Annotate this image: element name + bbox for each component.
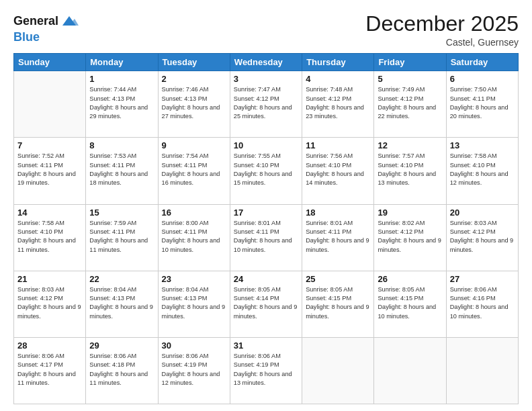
table-row: 17Sunrise: 8:01 AMSunset: 4:11 PMDayligh…: [230, 204, 302, 271]
logo: General Blue: [13, 12, 79, 44]
day-number: 2: [162, 74, 226, 84]
day-info: Sunrise: 8:05 AMSunset: 4:15 PMDaylight:…: [378, 285, 442, 321]
table-row: 31Sunrise: 8:06 AMSunset: 4:19 PMDayligh…: [230, 337, 302, 404]
calendar-header-row: Sunday Monday Tuesday Wednesday Thursday…: [14, 54, 519, 71]
day-number: 9: [162, 140, 226, 150]
day-info: Sunrise: 8:01 AMSunset: 4:11 PMDaylight:…: [306, 219, 370, 255]
day-info: Sunrise: 7:56 AMSunset: 4:10 PMDaylight:…: [306, 152, 370, 187]
col-wednesday: Wednesday: [230, 54, 302, 71]
day-info: Sunrise: 7:49 AMSunset: 4:12 PMDaylight:…: [378, 85, 442, 121]
table-row: 30Sunrise: 8:06 AMSunset: 4:19 PMDayligh…: [158, 337, 230, 404]
day-number: 1: [89, 74, 154, 84]
table-row: 27Sunrise: 8:06 AMSunset: 4:16 PMDayligh…: [446, 271, 518, 337]
table-row: 5Sunrise: 7:49 AMSunset: 4:12 PMDaylight…: [374, 71, 446, 138]
table-row: 15Sunrise: 7:59 AMSunset: 4:11 PMDayligh…: [86, 204, 158, 271]
day-info: Sunrise: 7:47 AMSunset: 4:12 PMDaylight:…: [234, 85, 298, 121]
day-number: 15: [89, 208, 154, 218]
table-row: [374, 337, 446, 404]
table-row: 4Sunrise: 7:48 AMSunset: 4:12 PMDaylight…: [302, 71, 374, 138]
table-row: 13Sunrise: 7:58 AMSunset: 4:10 PMDayligh…: [446, 138, 518, 204]
day-number: 27: [450, 274, 515, 284]
day-info: Sunrise: 8:01 AMSunset: 4:11 PMDaylight:…: [234, 219, 298, 255]
table-row: 23Sunrise: 8:04 AMSunset: 4:13 PMDayligh…: [158, 271, 230, 337]
logo-icon: [60, 12, 79, 31]
logo-blue-text: Blue: [13, 31, 79, 44]
day-info: Sunrise: 8:06 AMSunset: 4:17 PMDaylight:…: [17, 352, 82, 387]
table-row: 12Sunrise: 7:57 AMSunset: 4:10 PMDayligh…: [374, 138, 446, 204]
day-number: 28: [17, 340, 82, 351]
day-number: 17: [234, 208, 298, 218]
day-number: 11: [306, 140, 370, 150]
table-row: 7Sunrise: 7:52 AMSunset: 4:11 PMDaylight…: [14, 138, 86, 204]
month-title: December 2025: [365, 12, 519, 36]
table-row: [446, 337, 518, 404]
day-info: Sunrise: 8:06 AMSunset: 4:16 PMDaylight:…: [450, 285, 515, 321]
day-info: Sunrise: 7:44 AMSunset: 4:13 PMDaylight:…: [89, 85, 154, 121]
day-number: 30: [162, 340, 226, 351]
day-info: Sunrise: 8:05 AMSunset: 4:14 PMDaylight:…: [234, 285, 298, 321]
table-row: [14, 71, 86, 138]
day-info: Sunrise: 7:59 AMSunset: 4:11 PMDaylight:…: [89, 219, 154, 255]
day-number: 4: [306, 74, 370, 84]
day-number: 16: [162, 208, 226, 218]
table-row: 8Sunrise: 7:53 AMSunset: 4:11 PMDaylight…: [86, 138, 158, 204]
day-info: Sunrise: 7:57 AMSunset: 4:10 PMDaylight:…: [378, 152, 442, 187]
table-row: 14Sunrise: 7:58 AMSunset: 4:10 PMDayligh…: [14, 204, 86, 271]
col-saturday: Saturday: [446, 54, 518, 71]
table-row: 11Sunrise: 7:56 AMSunset: 4:10 PMDayligh…: [302, 138, 374, 204]
table-row: 6Sunrise: 7:50 AMSunset: 4:11 PMDaylight…: [446, 71, 518, 138]
day-info: Sunrise: 8:04 AMSunset: 4:13 PMDaylight:…: [162, 285, 226, 321]
calendar-week-row: 7Sunrise: 7:52 AMSunset: 4:11 PMDaylight…: [14, 138, 519, 204]
day-number: 3: [234, 74, 298, 84]
table-row: 20Sunrise: 8:03 AMSunset: 4:12 PMDayligh…: [446, 204, 518, 271]
table-row: 18Sunrise: 8:01 AMSunset: 4:11 PMDayligh…: [302, 204, 374, 271]
table-row: 29Sunrise: 8:06 AMSunset: 4:18 PMDayligh…: [86, 337, 158, 404]
day-number: 12: [378, 140, 442, 150]
logo-text: General: [13, 12, 79, 31]
calendar: Sunday Monday Tuesday Wednesday Thursday…: [13, 53, 519, 404]
table-row: 16Sunrise: 8:00 AMSunset: 4:11 PMDayligh…: [158, 204, 230, 271]
header: General Blue December 2025 Castel, Guern…: [13, 12, 519, 48]
col-tuesday: Tuesday: [158, 54, 230, 71]
calendar-week-row: 28Sunrise: 8:06 AMSunset: 4:17 PMDayligh…: [14, 337, 519, 404]
table-row: 19Sunrise: 8:02 AMSunset: 4:12 PMDayligh…: [374, 204, 446, 271]
day-info: Sunrise: 8:05 AMSunset: 4:15 PMDaylight:…: [306, 285, 370, 321]
day-number: 21: [17, 274, 82, 284]
page: General Blue December 2025 Castel, Guern…: [0, 0, 532, 411]
day-number: 29: [89, 340, 154, 351]
day-number: 23: [162, 274, 226, 284]
title-block: December 2025 Castel, Guernsey: [365, 12, 519, 48]
calendar-week-row: 14Sunrise: 7:58 AMSunset: 4:10 PMDayligh…: [14, 204, 519, 271]
day-number: 13: [450, 140, 515, 150]
table-row: 25Sunrise: 8:05 AMSunset: 4:15 PMDayligh…: [302, 271, 374, 337]
day-number: 24: [234, 274, 298, 284]
day-number: 6: [450, 74, 515, 84]
day-info: Sunrise: 7:50 AMSunset: 4:11 PMDaylight:…: [450, 85, 515, 121]
day-info: Sunrise: 8:04 AMSunset: 4:13 PMDaylight:…: [89, 285, 154, 321]
day-info: Sunrise: 7:58 AMSunset: 4:10 PMDaylight:…: [450, 152, 515, 187]
day-info: Sunrise: 7:46 AMSunset: 4:13 PMDaylight:…: [162, 85, 226, 121]
day-info: Sunrise: 8:03 AMSunset: 4:12 PMDaylight:…: [17, 285, 82, 321]
day-info: Sunrise: 7:52 AMSunset: 4:11 PMDaylight:…: [17, 152, 82, 187]
table-row: 24Sunrise: 8:05 AMSunset: 4:14 PMDayligh…: [230, 271, 302, 337]
col-sunday: Sunday: [14, 54, 86, 71]
table-row: 3Sunrise: 7:47 AMSunset: 4:12 PMDaylight…: [230, 71, 302, 138]
table-row: [302, 337, 374, 404]
table-row: 28Sunrise: 8:06 AMSunset: 4:17 PMDayligh…: [14, 337, 86, 404]
col-monday: Monday: [86, 54, 158, 71]
table-row: 21Sunrise: 8:03 AMSunset: 4:12 PMDayligh…: [14, 271, 86, 337]
day-number: 8: [89, 140, 154, 150]
table-row: 1Sunrise: 7:44 AMSunset: 4:13 PMDaylight…: [86, 71, 158, 138]
calendar-week-row: 1Sunrise: 7:44 AMSunset: 4:13 PMDaylight…: [14, 71, 519, 138]
day-info: Sunrise: 7:54 AMSunset: 4:11 PMDaylight:…: [162, 152, 226, 187]
table-row: 22Sunrise: 8:04 AMSunset: 4:13 PMDayligh…: [86, 271, 158, 337]
location: Castel, Guernsey: [365, 37, 519, 48]
day-number: 22: [89, 274, 154, 284]
table-row: 9Sunrise: 7:54 AMSunset: 4:11 PMDaylight…: [158, 138, 230, 204]
day-number: 18: [306, 208, 370, 218]
day-number: 31: [234, 340, 298, 351]
day-info: Sunrise: 8:02 AMSunset: 4:12 PMDaylight:…: [378, 219, 442, 255]
day-number: 7: [17, 140, 82, 150]
day-number: 5: [378, 74, 442, 84]
table-row: 2Sunrise: 7:46 AMSunset: 4:13 PMDaylight…: [158, 71, 230, 138]
